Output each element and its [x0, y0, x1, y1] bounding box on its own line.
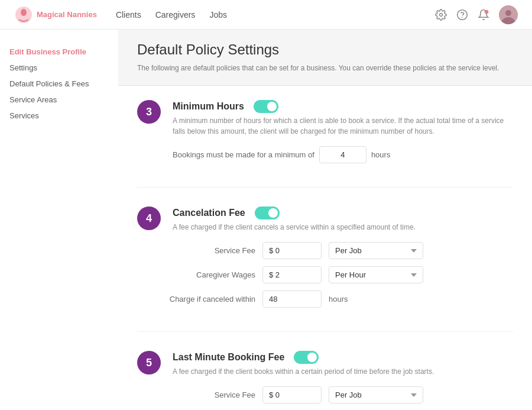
sidebar-item-services[interactable]: Services — [9, 108, 109, 124]
gear-icon[interactable] — [435, 9, 447, 21]
section-5-header: 5 Last Minute Booking Fee A fee charged … — [137, 351, 513, 377]
svg-point-5 — [485, 9, 489, 14]
page-header: Default Policy Settings The following ar… — [118, 30, 532, 86]
question-icon[interactable] — [456, 9, 468, 21]
section-3-desc: A minimum number of hours for which a cl… — [173, 115, 513, 137]
logo-icon — [14, 5, 33, 24]
last-minute-fee-toggle[interactable] — [294, 351, 319, 364]
main-content: Default Policy Settings The following ar… — [118, 30, 532, 410]
cancelation-fee-toggle[interactable] — [255, 206, 280, 219]
svg-point-3 — [458, 9, 468, 20]
section-4-title-row: Cancelation Fee — [173, 206, 513, 219]
header-left: Magical Nannies Clients Caregivers Jobs — [14, 5, 227, 24]
cancelation-service-fee-label: Service Fee — [137, 246, 255, 255]
min-hours-input[interactable] — [319, 146, 366, 163]
section-4-header: 4 Cancelation Fee A fee charged if the c… — [137, 206, 513, 233]
min-hours-unit: hours — [371, 150, 391, 159]
bell-icon[interactable] — [478, 9, 489, 21]
min-hours-row: Bookings must be made for a minimum of h… — [173, 146, 513, 163]
section-3-title: Minimum Hours — [173, 101, 244, 112]
section-cancelation-fee: 4 Cancelation Fee A fee charged if the c… — [137, 206, 513, 308]
nav-caregivers[interactable]: Caregivers — [155, 10, 196, 20]
cancelation-service-fee-input[interactable] — [262, 242, 322, 259]
cancelation-caregiver-wages-label: Caregiver Wages — [137, 270, 255, 279]
nav-clients[interactable]: Clients — [116, 10, 141, 20]
sidebar-item-edit-business-profile[interactable]: Edit Business Profile — [9, 44, 109, 60]
section-5-title-row: Last Minute Booking Fee — [173, 351, 513, 364]
section-5-number: 5 — [137, 351, 161, 375]
sidebar-item-service-areas[interactable]: Service Areas — [9, 92, 109, 108]
section-4-title: Cancelation Fee — [173, 208, 245, 218]
section-4-desc: A fee charged if the client cancels a se… — [173, 222, 513, 233]
divider-4-5 — [137, 331, 513, 332]
cancelation-caregiver-wages-input[interactable] — [262, 266, 322, 283]
divider-3-4 — [137, 187, 513, 188]
header: Magical Nannies Clients Caregivers Jobs — [0, 0, 532, 30]
cancelation-within-row: Charge if canceled within hours — [137, 290, 513, 308]
main-nav: Clients Caregivers Jobs — [116, 10, 227, 20]
sidebar-item-default-policies[interactable]: Default Policies & Fees — [9, 76, 109, 92]
sidebar-item-settings[interactable]: Settings — [9, 60, 109, 76]
logo[interactable]: Magical Nannies — [14, 5, 97, 24]
section-last-minute-fee: 5 Last Minute Booking Fee A fee charged … — [137, 351, 513, 410]
cancelation-caregiver-wages-row: Caregiver Wages Per Job Per Hour — [137, 266, 513, 283]
section-minimum-hours: 3 Minimum Hours A minimum number of hour… — [137, 100, 513, 163]
content-area: 3 Minimum Hours A minimum number of hour… — [118, 86, 532, 410]
section-5-title: Last Minute Booking Fee — [173, 352, 284, 363]
lastminute-service-fee-select[interactable]: Per Job Per Hour — [329, 386, 423, 403]
page-description: The following are default policies that … — [137, 63, 513, 73]
cancelation-within-unit: hours — [329, 295, 348, 304]
lastminute-service-fee-input[interactable] — [262, 386, 322, 403]
svg-point-1 — [21, 9, 27, 16]
section-4-info: Cancelation Fee A fee charged if the cli… — [173, 206, 513, 233]
cancelation-service-fee-select[interactable]: Per Job Per Hour — [329, 242, 423, 259]
svg-point-7 — [505, 10, 511, 16]
section-4-number: 4 — [137, 206, 161, 230]
svg-point-2 — [440, 13, 443, 16]
section-3-number: 3 — [137, 100, 161, 124]
section-3-header: 3 Minimum Hours A minimum number of hour… — [137, 100, 513, 137]
cancelation-caregiver-wages-select[interactable]: Per Job Per Hour — [329, 266, 423, 283]
minimum-hours-toggle[interactable] — [254, 100, 278, 113]
nav-jobs[interactable]: Jobs — [209, 10, 227, 20]
cancelation-within-label: Charge if canceled within — [137, 295, 255, 304]
section-3-title-row: Minimum Hours — [173, 100, 513, 113]
lastminute-service-fee-label: Service Fee — [137, 390, 255, 399]
section-3-info: Minimum Hours A minimum number of hours … — [173, 100, 513, 137]
min-hours-label: Bookings must be made for a minimum of — [173, 150, 314, 159]
cancelation-service-fee-row: Service Fee Per Job Per Hour — [137, 242, 513, 259]
layout: Edit Business Profile Settings Default P… — [0, 30, 532, 410]
section-5-desc: A fee charged if the client books within… — [173, 366, 513, 377]
lastminute-service-fee-row: Service Fee Per Job Per Hour — [137, 386, 513, 403]
page-title: Default Policy Settings — [137, 41, 513, 58]
sidebar: Edit Business Profile Settings Default P… — [0, 30, 118, 410]
avatar[interactable] — [499, 5, 518, 24]
cancelation-within-input[interactable] — [262, 290, 322, 308]
header-right — [435, 5, 518, 24]
logo-text: Magical Nannies — [37, 10, 97, 19]
section-5-info: Last Minute Booking Fee A fee charged if… — [173, 351, 513, 377]
